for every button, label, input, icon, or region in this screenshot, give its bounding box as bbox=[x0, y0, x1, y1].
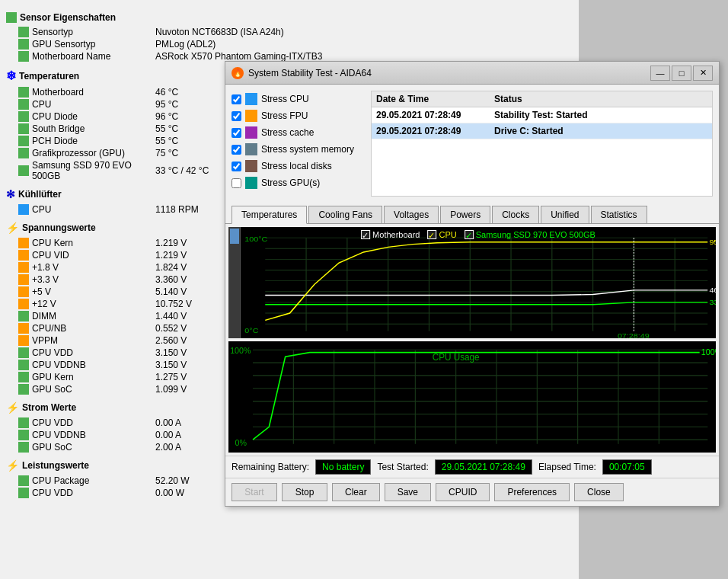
dialog-content: Stress CPU Stress FPU Stress cache Stres… bbox=[225, 85, 719, 506]
fan-icon: ✻ bbox=[6, 188, 15, 200]
stress-cache-checkbox[interactable] bbox=[231, 128, 241, 138]
row-icon bbox=[18, 311, 29, 321]
svg-text:0%: 0% bbox=[235, 438, 247, 447]
tab-temperatures[interactable]: Temperatures bbox=[231, 206, 307, 224]
log-row-selected[interactable]: 29.05.2021 07:28:49 Drive C: Started bbox=[372, 123, 712, 139]
stress-panel: Stress CPU Stress FPU Stress cache Stres… bbox=[231, 91, 365, 197]
stop-button[interactable]: Stop bbox=[282, 483, 327, 501]
start-button[interactable]: Start bbox=[231, 483, 277, 501]
chart-legend: ✓ Motherboard ✓ CPU ✓ Samsung SSD 970 EV… bbox=[361, 230, 595, 239]
gpu-icon bbox=[245, 177, 257, 189]
row-icon bbox=[18, 123, 29, 134]
row-icon bbox=[18, 165, 29, 176]
cpu-chart-svg: 100% 0% CPU Usage 100% bbox=[228, 341, 716, 453]
scrollbar-thumb[interactable] bbox=[230, 229, 239, 244]
row-icon bbox=[18, 430, 29, 440]
test-started-badge: 29.05.2021 07:28:49 bbox=[435, 459, 532, 475]
stress-memory-checkbox[interactable] bbox=[231, 145, 241, 155]
cpuid-button[interactable]: CPUID bbox=[436, 483, 490, 501]
svg-text:46: 46 bbox=[709, 286, 716, 293]
svg-text:33: 33 bbox=[709, 298, 716, 305]
stress-gpu-checkbox[interactable] bbox=[231, 178, 241, 188]
section-icon bbox=[6, 12, 17, 23]
row-icon bbox=[18, 417, 29, 428]
row-icon bbox=[18, 274, 29, 285]
row-icon bbox=[18, 238, 29, 248]
aida64-dialog: 🔥 System Stability Test - AIDA64 — □ ✕ S… bbox=[225, 61, 720, 507]
status-bar: Remaining Battery: No battery Test Start… bbox=[225, 456, 719, 478]
close-button[interactable]: ✕ bbox=[693, 66, 713, 81]
svg-text:100%: 100% bbox=[230, 345, 251, 354]
charts-area: ✓ Motherboard ✓ CPU ✓ Samsung SSD 970 EV… bbox=[225, 224, 719, 456]
dialog-title: 🔥 System Stability Test - AIDA64 bbox=[231, 67, 372, 79]
cpu-icon bbox=[245, 93, 257, 105]
power-icon: ⚡ bbox=[6, 459, 19, 472]
tab-powers[interactable]: Powers bbox=[440, 206, 490, 223]
stress-fpu-checkbox[interactable] bbox=[231, 111, 241, 121]
row-icon bbox=[18, 299, 29, 309]
row-icon bbox=[18, 27, 29, 37]
tab-clocks[interactable]: Clocks bbox=[492, 206, 539, 223]
minimize-button[interactable]: — bbox=[650, 66, 670, 81]
cpu-usage-chart: 100% 0% CPU Usage 100% bbox=[228, 341, 716, 453]
maximize-button[interactable]: □ bbox=[672, 66, 691, 81]
dialog-titlebar: 🔥 System Stability Test - AIDA64 — □ ✕ bbox=[225, 62, 719, 85]
current-icon: ⚡ bbox=[6, 401, 19, 414]
row-icon bbox=[18, 204, 29, 215]
titlebar-controls[interactable]: — □ ✕ bbox=[650, 66, 713, 81]
row-icon bbox=[18, 372, 29, 382]
row-icon bbox=[18, 262, 29, 273]
tab-unified[interactable]: Unified bbox=[541, 206, 589, 223]
svg-rect-0 bbox=[241, 227, 716, 338]
stress-item-memory: Stress system memory bbox=[231, 141, 365, 158]
preferences-button[interactable]: Preferences bbox=[494, 483, 570, 501]
row-icon bbox=[18, 51, 29, 62]
row-icon bbox=[18, 488, 29, 498]
svg-text:100%: 100% bbox=[701, 347, 716, 357]
row-icon bbox=[18, 111, 29, 122]
memory-icon bbox=[245, 143, 257, 155]
stress-cpu-checkbox[interactable] bbox=[231, 94, 241, 104]
dialog-top: Stress CPU Stress FPU Stress cache Stres… bbox=[225, 85, 719, 203]
section-sensor-eigenschaften: Sensor Eigenschaften bbox=[6, 12, 573, 23]
temperature-chart: ✓ Motherboard ✓ CPU ✓ Samsung SSD 970 EV… bbox=[228, 227, 716, 338]
legend-checkbox-cpu[interactable]: ✓ bbox=[427, 230, 436, 239]
save-button[interactable]: Save bbox=[385, 483, 431, 501]
stress-item-cpu: Stress CPU bbox=[231, 91, 365, 107]
stress-disks-checkbox[interactable] bbox=[231, 162, 241, 171]
row-icon bbox=[18, 360, 29, 370]
clear-button[interactable]: Clear bbox=[332, 483, 380, 501]
disk-icon bbox=[245, 160, 257, 172]
bg-row: GPU Sensortyp PMLog (ADL2) bbox=[6, 38, 573, 50]
row-icon bbox=[18, 87, 29, 98]
thermometer-icon: ❄ bbox=[6, 69, 16, 83]
voltage-icon: ⚡ bbox=[6, 222, 19, 234]
bg-row: Sensortyp Nuvoton NCT6683D (ISA A24h) bbox=[6, 26, 573, 38]
row-icon bbox=[18, 384, 29, 395]
battery-badge: No battery bbox=[315, 459, 371, 475]
legend-cpu: ✓ CPU bbox=[427, 230, 456, 239]
close-button[interactable]: Close bbox=[574, 483, 624, 501]
row-icon bbox=[18, 442, 29, 453]
legend-checkbox-motherboard[interactable]: ✓ bbox=[361, 230, 370, 239]
row-icon bbox=[18, 475, 29, 486]
log-row[interactable]: 29.05.2021 07:28:49 Stability Test: Star… bbox=[372, 107, 712, 123]
stress-item-gpu: Stress GPU(s) bbox=[231, 174, 365, 191]
row-icon bbox=[18, 335, 29, 346]
legend-ssd: ✓ Samsung SSD 970 EVO 500GB bbox=[465, 230, 595, 239]
stress-item-cache: Stress cache bbox=[231, 124, 365, 141]
fpu-icon bbox=[245, 110, 257, 122]
svg-text:100°C: 100°C bbox=[244, 235, 267, 242]
row-icon bbox=[18, 250, 29, 261]
legend-checkbox-ssd[interactable]: ✓ bbox=[465, 230, 474, 239]
svg-text:07:28:49: 07:28:49 bbox=[618, 332, 650, 338]
row-icon bbox=[18, 323, 29, 334]
tab-cooling-fans[interactable]: Cooling Fans bbox=[308, 206, 382, 223]
chart-scrollbar[interactable] bbox=[228, 227, 241, 338]
tab-statistics[interactable]: Statistics bbox=[591, 206, 647, 223]
tab-voltages[interactable]: Voltages bbox=[384, 206, 439, 223]
legend-motherboard: ✓ Motherboard bbox=[361, 230, 420, 239]
aida-icon: 🔥 bbox=[231, 67, 244, 79]
cpu-chart-area: 100% 0% CPU Usage 100% bbox=[228, 341, 716, 453]
row-icon bbox=[18, 286, 29, 297]
